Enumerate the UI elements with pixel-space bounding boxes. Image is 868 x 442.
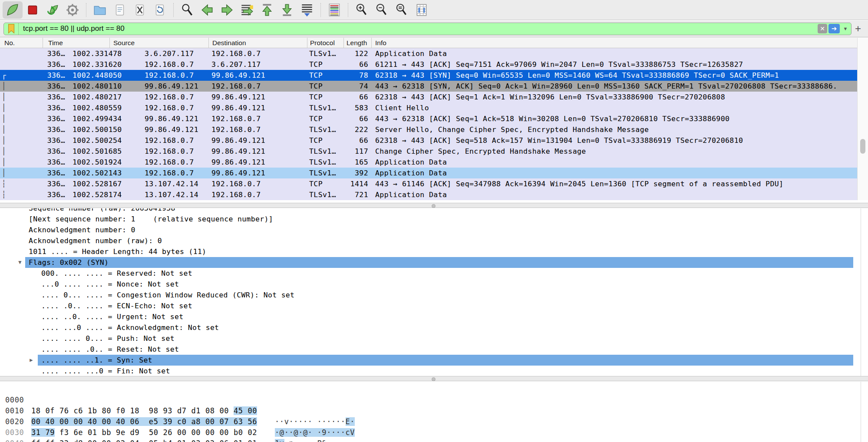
table-row[interactable]: │ 336… 1002.480217 192.168.0.7 99.86.49.… (0, 92, 857, 102)
detail-line[interactable]: ▶ .... .... ..1. = Syn: Set (0, 355, 861, 366)
detail-line[interactable]: .... ..0. .... = Urgent: Not set (0, 311, 861, 322)
display-filter-field[interactable]: ✕ ➔ ▼ (3, 23, 851, 35)
cell-length: 78 (340, 70, 368, 81)
open-file-button[interactable] (90, 1, 110, 19)
scrollbar-thumb[interactable] (860, 139, 865, 154)
stop-capture-button[interactable] (23, 1, 43, 19)
detail-line[interactable]: ...0 .... .... = Nonce: Not set (0, 279, 861, 290)
detail-line[interactable]: 1011 .... = Header Length: 44 bytes (11) (0, 246, 861, 257)
hex-row[interactable]: 0010 00 40 00 00 40 00 40 06 e5 39 c0 a8… (0, 395, 868, 406)
filter-apply-button[interactable]: ➔ (828, 24, 840, 33)
column-header-info[interactable]: Info (372, 38, 868, 48)
cell-info: 62318 → 443 [ACK] Seq=518 Ack=157 Win=13… (375, 135, 857, 146)
detail-line-text: Acknowledgment number: 0 (29, 224, 135, 235)
table-row[interactable]: 336… 1002.331478 3.6.207.117 192.168.0.7… (0, 48, 857, 59)
table-row[interactable]: │ 336… 1002.501924 192.168.0.7 99.86.49.… (0, 157, 857, 168)
table-row[interactable]: │ 336… 1002.499434 99.86.49.121 192.168.… (0, 113, 857, 124)
capture-options-button[interactable] (63, 1, 83, 19)
detail-line-text: 1011 .... = Header Length: 44 bytes (11) (29, 246, 206, 257)
start-capture-button[interactable] (3, 1, 23, 19)
close-file-button[interactable] (130, 1, 150, 19)
table-row[interactable]: ┆ 336… 1002.528174 13.107.42.14 192.168.… (0, 189, 857, 200)
detail-line[interactable]: .... ...0 .... = Acknowledgment: Not set (0, 322, 861, 333)
cell-length: 66 (340, 92, 368, 102)
detail-line[interactable]: .... .... .0.. = Reset: Not set (0, 344, 861, 355)
hex-row[interactable]: 0040 08 0a 13 e6 b5 95 00 00 00 00 04 02… (0, 427, 868, 438)
cell-destination: 99.86.49.121 (211, 102, 281, 113)
detail-line[interactable]: 000. .... .... = Reserved: Not set (0, 268, 861, 279)
column-header-source[interactable]: Source (110, 38, 209, 48)
cell-time: 1002.480110 (73, 81, 133, 92)
detail-line[interactable]: .... .... ...0 = Fin: Not set (0, 366, 861, 376)
table-row[interactable]: │ 336… 1002.500150 99.86.49.121 192.168.… (0, 124, 857, 135)
cell-length: 721 (340, 189, 368, 200)
pane-splitter[interactable] (0, 203, 868, 208)
column-header-length[interactable]: Length (344, 38, 372, 48)
filter-dropdown-chevron[interactable]: ▼ (842, 26, 849, 31)
cell-no: 336… (9, 59, 65, 70)
reload-file-button[interactable] (150, 1, 170, 19)
go-to-packet-button[interactable] (237, 1, 257, 19)
zoom-in-button[interactable] (352, 1, 372, 19)
cell-protocol: TCP (309, 92, 340, 102)
column-header-protocol[interactable]: Protocol (307, 38, 344, 48)
detail-line[interactable]: Acknowledgment number (raw): 0 (0, 235, 861, 246)
go-forward-button[interactable] (217, 1, 237, 19)
cell-info: 62318 → 443 [ACK] Seq=1 Ack=1 Win=132096… (375, 92, 857, 102)
display-filter-input[interactable] (19, 23, 818, 35)
detail-line-text: Acknowledgment number (raw): 0 (29, 235, 162, 246)
save-file-button[interactable] (110, 1, 130, 19)
detail-line[interactable]: Sequence number (raw): 2665041958 (0, 208, 861, 214)
cell-length: 66 (340, 113, 368, 124)
go-last-packet-button[interactable] (277, 1, 297, 19)
colorize-packets-button[interactable] (324, 1, 344, 19)
expand-arrow-icon[interactable]: ▼ (17, 257, 23, 268)
zoom-original-button[interactable] (392, 1, 412, 19)
cell-protocol: TLSv1… (309, 157, 340, 168)
column-header-destination[interactable]: Destination (209, 38, 307, 48)
table-row[interactable]: │ 336… 1002.480559 192.168.0.7 99.86.49.… (0, 102, 857, 113)
hex-row[interactable]: 0000 18 0f 76 c6 1b 80 f0 18 98 93 d7 d1… (0, 384, 868, 395)
auto-scroll-button[interactable] (297, 1, 317, 19)
restart-capture-button[interactable] (43, 1, 63, 19)
filter-bar: ✕ ➔ ▼ + (0, 20, 868, 37)
detail-line[interactable]: .... .0.. .... = ECN-Echo: Not set (0, 300, 861, 311)
go-back-button[interactable] (197, 1, 217, 19)
detail-line[interactable]: .... 0... .... = Congestion Window Reduc… (0, 290, 861, 300)
table-row[interactable]: │ 336… 1002.480110 99.86.49.121 192.168.… (0, 81, 857, 92)
hex-bytes: ff ff 33 d8 00 00 02 04 05 b4 01 03 03 0… (31, 438, 257, 442)
table-row[interactable]: 336… 1002.331620 192.168.0.7 3.6.207.117… (0, 59, 857, 70)
filter-clear-button[interactable]: ✕ (818, 24, 827, 33)
packet-list-pane: No. Time Source Destination Protocol Len… (0, 38, 868, 203)
detail-line-text: .... 0... .... = Congestion Window Reduc… (41, 290, 294, 300)
hex-row[interactable]: 0030 ff ff 33 d8 00 00 02 04 05 b4 01 03… (0, 416, 868, 427)
find-packet-button[interactable] (177, 1, 197, 19)
detail-line[interactable]: Acknowledgment number: 0 (0, 224, 861, 235)
filter-add-button[interactable]: + (851, 23, 865, 35)
detail-line[interactable]: [Next sequence number: 1 (relative seque… (0, 214, 861, 224)
resize-columns-button[interactable] (412, 1, 432, 19)
cell-length: 117 (340, 146, 368, 157)
table-row[interactable]: ┆ 336… 1002.528167 13.107.42.14 192.168.… (0, 178, 857, 189)
colorize-icon (327, 3, 342, 17)
bookmark-icon[interactable] (4, 23, 19, 35)
table-row[interactable]: │ 336… 1002.502143 192.168.0.7 99.86.49.… (0, 168, 857, 178)
pane-splitter[interactable] (0, 376, 868, 381)
detail-line[interactable]: .... .... 0... = Push: Not set (0, 333, 861, 344)
cell-length: 222 (340, 124, 368, 135)
column-header-no[interactable]: No. (0, 38, 43, 48)
zoom-out-button[interactable] (372, 1, 392, 19)
hex-row[interactable]: 0020 31 79 f3 6e 01 bb 9e d9 50 26 00 00… (0, 406, 868, 416)
cell-protocol: TLSv1… (309, 48, 340, 59)
packet-list-scrollbar[interactable] (857, 38, 868, 200)
column-header-time[interactable]: Time (43, 38, 110, 48)
hex-scroll-track[interactable] (861, 382, 861, 442)
table-row[interactable]: ┌ 336… 1002.448050 192.168.0.7 99.86.49.… (0, 70, 857, 81)
detail-line[interactable]: ▼ Flags: 0x002 (SYN) (0, 257, 861, 268)
go-first-packet-button[interactable] (257, 1, 277, 19)
go-to-packet-icon (240, 3, 254, 17)
table-row[interactable]: │ 336… 1002.501685 192.168.0.7 99.86.49.… (0, 146, 857, 157)
table-row[interactable]: │ 336… 1002.500254 192.168.0.7 99.86.49.… (0, 135, 857, 146)
detail-scroll-track[interactable] (861, 208, 861, 376)
expand-arrow-icon[interactable]: ▶ (28, 355, 35, 366)
